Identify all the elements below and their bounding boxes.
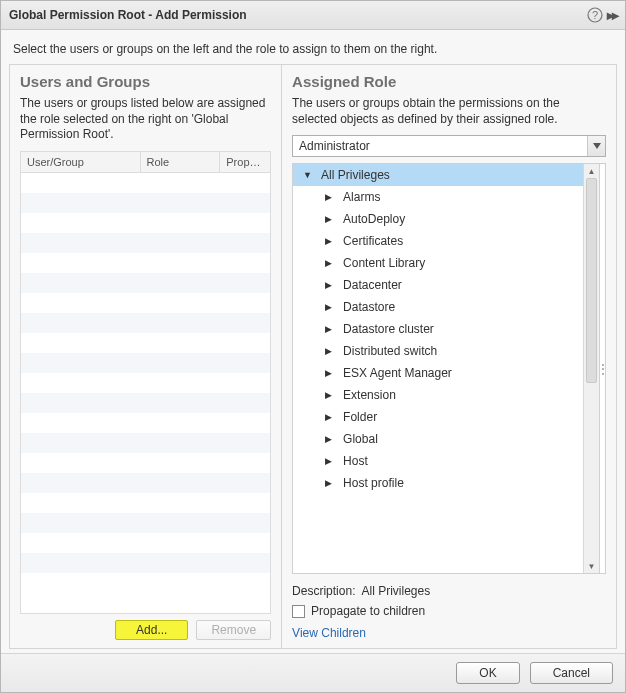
expand-icon[interactable]: ▶ [325, 478, 333, 488]
expand-icon[interactable]: ▶ [325, 368, 333, 378]
tree-item[interactable]: ▶Global [293, 428, 583, 450]
expand-icon[interactable]: ▶ [325, 214, 333, 224]
role-select[interactable]: Administrator [292, 135, 606, 157]
expand-icon[interactable]: ▶ [325, 236, 333, 246]
titlebar: Global Permission Root - Add Permission … [1, 1, 625, 30]
dialog-title: Global Permission Root - Add Permission [9, 8, 587, 22]
tree-item[interactable]: ▶Certificates [293, 230, 583, 252]
table-row [21, 413, 270, 433]
table-row [21, 533, 270, 553]
tree-item[interactable]: ▶Folder [293, 406, 583, 428]
tree-item[interactable]: ▶ESX Agent Manager [293, 362, 583, 384]
expand-icon[interactable]: ▼ [303, 170, 311, 180]
expand-icon[interactable]: ▶ [325, 434, 333, 444]
tree-item-label: Certificates [343, 234, 403, 248]
ok-button[interactable]: OK [456, 662, 519, 684]
expand-icon[interactable]: ▶ [325, 280, 333, 290]
scroll-down-icon[interactable]: ▼ [584, 559, 599, 573]
table-row [21, 193, 270, 213]
tree-item-label: Extension [343, 388, 396, 402]
assigned-role-title: Assigned Role [292, 73, 606, 90]
tree-item-label: Folder [343, 410, 377, 424]
table-row [21, 393, 270, 413]
description-label: Description: [292, 584, 355, 598]
table-row [21, 173, 270, 193]
view-children-link[interactable]: View Children [292, 626, 606, 640]
users-groups-table: User/Group Role Propa... [20, 151, 271, 614]
tree-item[interactable]: ▶Datastore [293, 296, 583, 318]
table-row [21, 273, 270, 293]
users-groups-title: Users and Groups [20, 73, 271, 90]
pin-icon[interactable]: ▸▸ [607, 7, 617, 23]
tree-item[interactable]: ▶AutoDeploy [293, 208, 583, 230]
tree-item[interactable]: ▶Alarms [293, 186, 583, 208]
svg-marker-2 [593, 143, 601, 149]
table-body [21, 173, 270, 613]
cancel-button[interactable]: Cancel [530, 662, 613, 684]
tree-item[interactable]: ▶Datastore cluster [293, 318, 583, 340]
propagate-checkbox[interactable] [292, 605, 305, 618]
role-select-value: Administrator [293, 136, 587, 156]
resize-handle[interactable]: ⋮ [599, 164, 605, 573]
privileges-tree[interactable]: ▼ All Privileges ▶Alarms▶AutoDeploy▶Cert… [293, 164, 583, 573]
dropdown-icon[interactable] [587, 136, 605, 156]
tree-item-label: Datacenter [343, 278, 402, 292]
tree-item-label: ESX Agent Manager [343, 366, 452, 380]
expand-icon[interactable]: ▶ [325, 456, 333, 466]
table-row [21, 333, 270, 353]
expand-icon[interactable]: ▶ [325, 390, 333, 400]
tree-item-label: Alarms [343, 190, 380, 204]
expand-icon[interactable]: ▶ [325, 192, 333, 202]
tree-item-label: AutoDeploy [343, 212, 405, 226]
expand-icon[interactable]: ▶ [325, 412, 333, 422]
table-row [21, 493, 270, 513]
assigned-role-desc: The users or groups obtain the permissio… [292, 96, 606, 127]
col-propagate[interactable]: Propa... [220, 152, 270, 172]
expand-icon[interactable]: ▶ [325, 258, 333, 268]
table-row [21, 293, 270, 313]
dialog-footer: OK Cancel [1, 653, 625, 692]
expand-icon[interactable]: ▶ [325, 324, 333, 334]
tree-item[interactable]: ▶Datacenter [293, 274, 583, 296]
help-icon[interactable]: ? [587, 7, 603, 23]
propagate-label: Propagate to children [311, 604, 425, 618]
scroll-thumb[interactable] [586, 178, 597, 382]
expand-icon[interactable]: ▶ [325, 346, 333, 356]
table-row [21, 353, 270, 373]
tree-root-all-privileges[interactable]: ▼ All Privileges [293, 164, 583, 186]
instruction-text: Select the users or groups on the left a… [1, 30, 625, 64]
tree-item[interactable]: ▶Distributed switch [293, 340, 583, 362]
table-row [21, 373, 270, 393]
users-groups-desc: The users or groups listed below are ass… [20, 96, 271, 143]
table-row [21, 233, 270, 253]
table-row [21, 553, 270, 573]
tree-item[interactable]: ▶Content Library [293, 252, 583, 274]
table-row [21, 213, 270, 233]
add-permission-dialog: Global Permission Root - Add Permission … [0, 0, 626, 693]
table-row [21, 513, 270, 533]
col-role[interactable]: Role [141, 152, 221, 172]
tree-item[interactable]: ▶Host [293, 450, 583, 472]
description-value: All Privileges [361, 584, 430, 598]
table-header: User/Group Role Propa... [21, 152, 270, 173]
assigned-role-panel: Assigned Role The users or groups obtain… [282, 64, 617, 649]
tree-item-label: Host profile [343, 476, 404, 490]
tree-item-label: Datastore [343, 300, 395, 314]
table-row [21, 433, 270, 453]
table-row [21, 253, 270, 273]
users-groups-panel: Users and Groups The users or groups lis… [9, 64, 282, 649]
expand-icon[interactable]: ▶ [325, 302, 333, 312]
privileges-tree-container: ▼ All Privileges ▶Alarms▶AutoDeploy▶Cert… [292, 163, 606, 574]
scroll-up-icon[interactable]: ▲ [584, 164, 599, 178]
tree-item[interactable]: ▶Extension [293, 384, 583, 406]
add-button[interactable]: Add... [115, 620, 188, 640]
tree-root-label: All Privileges [321, 168, 390, 182]
tree-item-label: Distributed switch [343, 344, 437, 358]
table-row [21, 313, 270, 333]
tree-item[interactable]: ▶Host profile [293, 472, 583, 494]
col-user-group[interactable]: User/Group [21, 152, 141, 172]
tree-item-label: Host [343, 454, 368, 468]
table-row [21, 453, 270, 473]
tree-item-label: Content Library [343, 256, 425, 270]
remove-button: Remove [196, 620, 271, 640]
